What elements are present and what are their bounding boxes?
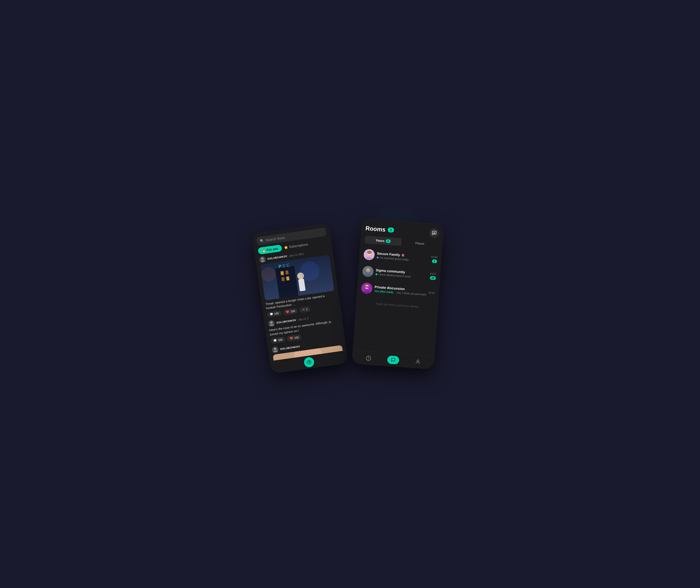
author-name-2: GOLUBCHIKOV <box>276 319 296 324</box>
like-badge-1[interactable]: ❤️ 150 <box>283 308 298 315</box>
room-meta-sigma: 14:21 99 <box>429 272 436 280</box>
unread-badge: 2 <box>432 259 437 263</box>
svg-point-37 <box>417 360 419 362</box>
room-meta-secure-family: 14:30 2 <box>431 255 437 263</box>
heart-icon-1: ❤️ <box>286 310 289 314</box>
post-image-1: Р Е С <box>260 255 334 300</box>
room-time-sigma: 14:21 <box>430 272 436 275</box>
like-badge-2[interactable]: ❤️ 150 <box>286 334 302 342</box>
app-scene: 🔍 Search flows 🔥 For you ⭐ Subscriptions <box>248 214 452 374</box>
room-info-secure-family: Secure Family 🔇 i've touched grass today <box>376 251 429 263</box>
post-date-2: July 13, 2 <box>298 317 309 321</box>
avatar-2 <box>268 320 275 327</box>
room-avatar-secure-family <box>363 249 375 260</box>
search-icon: 🔍 <box>259 239 264 243</box>
room-avatar-private <box>361 282 372 294</box>
yours-count-badge: 2 <box>386 239 391 243</box>
svg-text:Р: Р <box>278 264 282 269</box>
rooms-phone: Rooms 2 Yours 2 Flows <box>352 219 444 369</box>
nav-compass-button[interactable] <box>364 354 373 362</box>
rooms-count-badge: 2 <box>387 227 394 233</box>
svg-point-15 <box>273 347 277 350</box>
view-badge-1: 👁 1 <box>299 306 311 313</box>
eye-icon-1: 👁 <box>302 308 305 312</box>
tab-subscriptions[interactable]: ⭐ Subscriptions <box>284 242 308 249</box>
heart-icon-2: ❤️ <box>289 336 293 340</box>
rooms-title-row: Rooms 2 <box>365 225 394 234</box>
room-info-private: Private discussion You (Not read): Joe, … <box>374 285 426 296</box>
comment-icon-2: 💬 <box>273 339 277 342</box>
svg-point-20 <box>309 362 309 363</box>
svg-point-0 <box>261 257 264 260</box>
nav-explore-active[interactable] <box>303 356 315 368</box>
comment-badge-1[interactable]: 💬 150 <box>267 310 282 318</box>
room-meta-private: 14:21 <box>428 291 435 294</box>
unread-badge-sigma: 99 <box>430 276 436 280</box>
svg-text:С: С <box>286 263 290 268</box>
post-date-1: July 13, 2021 <box>289 252 304 257</box>
nav-chat-active-button[interactable] <box>387 355 399 364</box>
avatar-3 <box>272 346 279 353</box>
room-time-private: 14:21 <box>428 291 435 294</box>
star-icon: ⭐ <box>284 245 288 249</box>
room-time: 14:30 <box>431 255 437 258</box>
nav-profile-button[interactable] <box>414 357 422 366</box>
room-info-sigma: Sigma community I think Martha doesn't e… <box>375 268 428 279</box>
svg-text:Е: Е <box>282 263 286 269</box>
room-avatar-sigma <box>362 266 374 277</box>
tab-for-you[interactable]: 🔥 For you <box>258 244 282 254</box>
comment-badge-2[interactable]: 💬 150 <box>270 336 286 344</box>
flow-post-1: GOLUBCHIKOV July 13, 2021 <box>259 247 337 318</box>
rooms-list: Secure Family 🔇 i've touched grass today… <box>353 246 442 356</box>
you-not-read-label: You (Not read): <box>374 289 394 294</box>
author-name-3: GOLUBCHIKOV <box>280 345 300 350</box>
mute-icon: 🔇 <box>401 253 405 257</box>
svg-point-14 <box>270 321 273 324</box>
fire-icon: 🔥 <box>261 248 266 252</box>
svg-marker-36 <box>368 358 369 360</box>
flows-phone: 🔍 Search flows 🔥 For you ⭐ Subscriptions <box>252 223 348 374</box>
online-dot-blue <box>376 257 379 259</box>
rooms-title: Rooms <box>365 225 386 233</box>
comment-icon-1: 💬 <box>269 313 273 316</box>
flows-content: GOLUBCHIKOV July 13, 2021 <box>255 247 346 361</box>
author-name-1: GOLUBCHIKOV <box>267 255 287 260</box>
new-room-button[interactable] <box>429 228 439 238</box>
search-input[interactable]: Search flows <box>265 236 285 242</box>
online-dot-green <box>375 273 377 275</box>
avatar-1 <box>259 256 266 263</box>
